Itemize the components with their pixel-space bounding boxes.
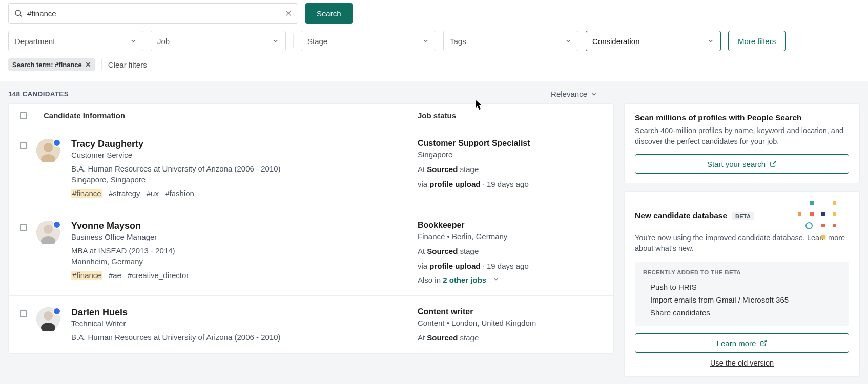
more-filters-button[interactable]: More filters — [728, 31, 786, 51]
chevron-down-icon — [707, 37, 714, 45]
recent-item: Push to HRIS — [643, 281, 841, 293]
stage-line: At Sourced stage — [418, 247, 602, 255]
candidate-name: Darien Huels — [71, 307, 408, 318]
department-filter[interactable]: Department — [8, 31, 143, 51]
tag[interactable]: #ux — [147, 189, 159, 198]
job-meta: Finance • Berlin, Germany — [418, 232, 602, 241]
filter-label: Department — [15, 37, 55, 46]
card-desc: Search 400-million profiles by name, key… — [635, 125, 849, 147]
svg-line-13 — [773, 161, 776, 164]
separator — [101, 59, 102, 70]
svg-point-5 — [44, 143, 53, 152]
th-job-status: Job status — [418, 111, 602, 120]
sort-label: Relevance — [551, 90, 587, 98]
old-version-link[interactable]: Use the old version — [635, 359, 849, 367]
svg-line-15 — [763, 340, 766, 344]
candidate-row[interactable]: Yvonne Mayson Business Office Manager MB… — [9, 209, 613, 296]
search-button[interactable]: Search — [305, 3, 353, 24]
table-header-row: Candidate Information Job status — [9, 104, 613, 127]
candidate-education: B.A. Human Resources at University of Ar… — [71, 164, 408, 173]
job-filter[interactable]: Job — [151, 31, 286, 51]
recent-additions: RECENTLY ADDED TO THE BETA Push to HRIS … — [635, 262, 849, 326]
external-link-icon — [770, 160, 777, 167]
svg-point-11 — [44, 311, 53, 321]
tag[interactable]: #fashion — [165, 189, 194, 198]
tag[interactable]: #strategy — [109, 189, 140, 198]
search-input[interactable] — [27, 9, 280, 18]
candidate-location: Singapore, Singapore — [71, 175, 408, 184]
chevron-down-icon — [590, 91, 597, 98]
decorative-dots — [806, 201, 849, 229]
svg-line-1 — [20, 15, 22, 16]
candidate-role: Technical Writer — [71, 319, 408, 328]
row-checkbox[interactable] — [20, 310, 27, 317]
avatar — [36, 307, 60, 331]
row-checkbox[interactable] — [20, 224, 27, 231]
candidate-location: Mannheim, Germany — [71, 257, 408, 266]
consideration-filter[interactable]: Consideration — [586, 31, 721, 51]
start-search-button[interactable]: Start your search — [635, 154, 849, 174]
also-in-line: Also in 2 other jobs — [418, 275, 602, 284]
chevron-down-icon — [565, 37, 572, 45]
also-in-link[interactable]: 2 other jobs — [443, 275, 486, 284]
job-meta: Content • London, United Kingdom — [418, 318, 602, 327]
candidate-education: MBA at INSEAD (2013 - 2014) — [71, 246, 408, 255]
via-line: via profile upload · 19 days ago — [418, 180, 602, 188]
clear-input-icon[interactable] — [284, 9, 293, 17]
filter-label: Stage — [307, 37, 327, 46]
separator — [293, 34, 294, 48]
filter-label: Tags — [450, 37, 466, 46]
avatar — [36, 139, 60, 162]
tag[interactable]: #ae — [109, 271, 121, 280]
candidate-role: Business Office Manager — [71, 232, 408, 241]
job-title: Bookkeeper — [418, 221, 602, 230]
candidates-table: Candidate Information Job status Tracy D… — [8, 103, 614, 354]
svg-point-0 — [15, 10, 21, 16]
sort-control[interactable]: Relevance — [551, 90, 597, 98]
tag-highlight[interactable]: #finance — [71, 271, 102, 280]
select-all-checkbox[interactable] — [20, 112, 27, 119]
job-title: Content writer — [418, 307, 602, 316]
candidate-education: B.A. Human Resources at University of Ar… — [71, 333, 408, 342]
learn-more-button[interactable]: Learn more — [635, 333, 849, 353]
stage-filter[interactable]: Stage — [301, 31, 436, 51]
chevron-down-icon — [422, 37, 429, 45]
beta-card: New candidate database BETA — [624, 191, 860, 377]
job-title: Customer Support Specialist — [418, 139, 602, 148]
svg-point-8 — [44, 225, 53, 234]
avatar — [36, 221, 60, 244]
candidate-row[interactable]: Tracy Daugherty Customer Service B.A. Hu… — [9, 127, 613, 209]
search-box[interactable] — [8, 3, 298, 24]
filter-label: Consideration — [592, 37, 640, 46]
tag[interactable]: #creative_director — [128, 271, 189, 280]
filter-chip-search-term[interactable]: Search term: #finance ✕ — [8, 58, 95, 71]
job-meta: Singapore — [418, 150, 602, 159]
chip-remove-icon[interactable]: ✕ — [85, 60, 91, 69]
people-search-card: Scan millions of profiles with People Se… — [624, 103, 860, 183]
stage-line: At Sourced stage — [418, 165, 602, 174]
via-line: via profile upload · 19 days ago — [418, 262, 602, 270]
external-link-icon — [760, 339, 767, 347]
card-title: New candidate database — [635, 211, 727, 220]
candidate-name: Tracy Daugherty — [71, 139, 408, 150]
filter-label: Job — [157, 37, 170, 46]
candidate-tags: #finance #ae #creative_director — [71, 271, 408, 280]
card-desc: You're now using the improved candidate … — [635, 232, 849, 254]
chevron-down-icon — [272, 37, 279, 45]
recent-label: RECENTLY ADDED TO THE BETA — [643, 269, 841, 275]
svg-point-14 — [806, 223, 812, 229]
beta-pill: BETA — [732, 212, 754, 220]
candidate-role: Customer Service — [71, 151, 408, 159]
recent-item: Import emails from Gmail / Microsoft 365 — [643, 293, 841, 306]
tag-highlight[interactable]: #finance — [71, 189, 102, 198]
candidate-name: Yvonne Mayson — [71, 221, 408, 231]
candidate-tags: #finance #strategy #ux #fashion — [71, 189, 408, 198]
row-checkbox[interactable] — [20, 142, 27, 149]
candidate-count: 148 CANDIDATES — [8, 90, 69, 98]
tags-filter[interactable]: Tags — [443, 31, 578, 51]
search-icon — [14, 9, 23, 18]
chevron-down-icon[interactable] — [492, 275, 500, 283]
th-candidate-info: Candidate Information — [36, 111, 408, 120]
candidate-row[interactable]: Darien Huels Technical Writer B.A. Human… — [9, 296, 613, 353]
clear-filters-link[interactable]: Clear filters — [108, 60, 147, 69]
